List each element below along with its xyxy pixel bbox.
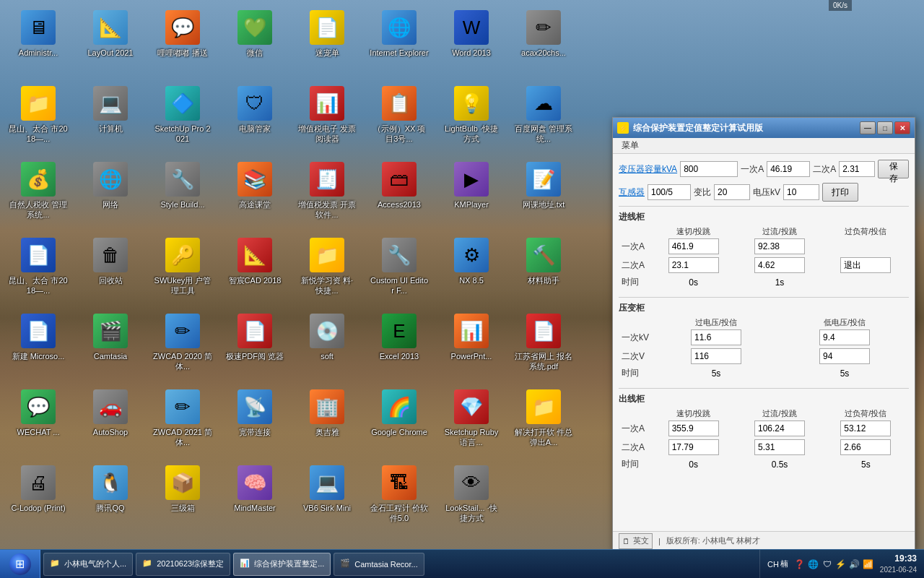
taskbar-item-tb-camtasia[interactable]: 🎬Camtasia Recor... <box>334 553 424 576</box>
data-input[interactable] <box>754 420 805 436</box>
dianya-input[interactable] <box>783 184 819 200</box>
desktop-icon-jiezhu[interactable]: 📁解决打开软 件总弹出A... <box>511 385 576 461</box>
desktop-icon-zwcad2020[interactable]: ✏ZWCAD 2020 简体... <box>150 309 215 385</box>
desktop-icon-wechat[interactable]: 💚微信 <box>222 6 287 82</box>
desktop-icon-computer[interactable]: 💻计算机 <box>78 82 143 158</box>
tray-security-icon[interactable]: 🛡 <box>821 558 833 570</box>
desktop-icon-diannao[interactable]: 🛡电脑管家 <box>222 82 287 158</box>
desktop-icon-jixiao[interactable]: 📄迷宠单 <box>295 6 359 82</box>
desktop-icon-jiangsu[interactable]: 📄江苏省网上 报名系统.pdf <box>511 309 576 385</box>
desktop-icon-lightbulb[interactable]: 💡LightBulb ·快捷方式 <box>439 82 504 158</box>
tray-network-icon[interactable]: 🌐 <box>808 558 819 570</box>
data-input[interactable] <box>691 329 741 345</box>
desktop-icon-wangwang[interactable]: 💬哩哩嘟嘟 播送 <box>150 6 215 82</box>
desktop-icon-autoshop[interactable]: 🚗AutoShop <box>78 385 143 461</box>
data-input[interactable] <box>819 348 870 364</box>
desktop-icon-zwcad2021[interactable]: ✏ZWCAD 2021 简体... <box>150 385 215 461</box>
desktop-icon-baidupc[interactable]: ☁百度网盘 管理系统... <box>511 82 576 158</box>
desktop-icon-huishouzhan[interactable]: 🗑回收站 <box>78 233 143 309</box>
desktop-icon-swukey[interactable]: 🔑SWUkey用 户管理工具 <box>150 233 215 309</box>
window-bottom-bar: 🗒 英文 | 版权所有: 小林电气 林树才 <box>613 531 915 550</box>
desktop-icon-lookstail[interactable]: 👁LookStail... ·快捷方式 <box>439 461 504 537</box>
desktop-icon-sketchupruby[interactable]: 💎Sketchup Ruby 语言... <box>439 385 504 461</box>
yi-a-input[interactable] <box>767 161 810 177</box>
desktop-icon-kunshan[interactable]: 📁昆山、太合 市2018—... <box>6 82 71 158</box>
desktop-icon-kmplayer[interactable]: ▶KMPlayer <box>439 158 504 233</box>
desktop-icon-soft[interactable]: 💿soft <box>295 309 359 385</box>
data-input[interactable] <box>668 257 719 273</box>
close-button[interactable]: ✕ <box>894 121 910 134</box>
desktop-icon-customui[interactable]: 🔧Custom UI Editor F... <box>367 233 432 309</box>
desktop-icon-zengzhi2[interactable]: 🧾增值税发票 开票软件... <box>295 158 359 233</box>
tray-volume-icon[interactable]: 🔊 <box>849 558 860 570</box>
desktop-icon-sanxiang[interactable]: 📦三级箱 <box>150 461 215 537</box>
desktop-icon-camtasia[interactable]: 🎬Camtasia <box>78 309 143 385</box>
sensor-input[interactable] <box>648 184 691 200</box>
start-button[interactable]: ⊞ <box>0 550 40 579</box>
desktop-icon-wechat2[interactable]: 💬WECHAT ... <box>6 385 71 461</box>
maximize-button[interactable]: □ <box>877 121 893 134</box>
tray-signal-icon[interactable]: 📶 <box>863 558 874 570</box>
desktop-icon-googlechrome[interactable]: 🌈Google Chrome <box>367 385 432 461</box>
desktop-icon-stylebuild[interactable]: 🔧Style Build... <box>150 158 215 233</box>
data-input[interactable] <box>691 348 741 364</box>
desktop-icon-kuandai[interactable]: 📡宽带连接 <box>222 385 287 461</box>
data-input[interactable] <box>668 420 719 436</box>
desktop-icon-sketchup[interactable]: 🔷SketchUp Pro 2021 <box>150 82 215 158</box>
taskbar-item-tb-folder[interactable]: 📁20210623综保整定 <box>136 553 230 576</box>
sensor-label[interactable]: 互感器 <box>619 186 645 199</box>
data-input[interactable] <box>840 420 891 436</box>
desktop-icon-jidusupdf[interactable]: 📄极速PDF阅 览器 <box>222 309 287 385</box>
desktop-icon-vb6[interactable]: 💻VB6 Sirk Mini <box>295 461 359 537</box>
desktop-icon-network[interactable]: 🌐网络 <box>78 158 143 233</box>
desktop-icon-caizhu[interactable]: 🔨材料助手 <box>511 233 576 309</box>
yi-a-label: 一次A <box>741 163 764 176</box>
er-a-input[interactable] <box>839 161 875 177</box>
desktop-icon-nx85[interactable]: ⚙NX 8.5 <box>439 233 504 309</box>
desktop-icon-kunshan2[interactable]: 📄昆山、太合 市2018—... <box>6 233 71 309</box>
taskbar-item-tb-explorer[interactable]: 📁小林电气的个人... <box>43 553 133 576</box>
desktop-icon-xinjian[interactable]: 📄新建 Microso... <box>6 309 71 385</box>
desktop-icon-mindmaster[interactable]: 🧠MindMaster <box>222 461 287 537</box>
tray-power-icon[interactable]: ⚡ <box>835 558 847 570</box>
data-input[interactable] <box>754 439 805 455</box>
data-input[interactable] <box>819 329 870 345</box>
data-input[interactable] <box>668 439 719 455</box>
print-button[interactable]: 打印 <box>822 183 858 202</box>
taskbar-item-tb-app[interactable]: 📊综合保护装置整定... <box>233 553 331 576</box>
desktop-icon-excel2013[interactable]: EExcel 2013 <box>367 309 432 385</box>
desktop-icon-acax[interactable]: ✏acax20chs... <box>511 6 576 82</box>
desktop-icon-admin[interactable]: 🖥Administr... <box>6 6 71 82</box>
desktop-icon-shuishu[interactable]: 💰自然人税收 管理系统... <box>6 158 71 233</box>
data-input[interactable] <box>754 238 805 254</box>
transformer-input[interactable] <box>680 161 738 177</box>
desktop-icon-xinxue[interactable]: 📁新悦学习资 料·快捷... <box>295 233 359 309</box>
desktop-icon-qqpc[interactable]: 🐧腾讯QQ <box>78 461 143 537</box>
row-label: 时间 <box>619 457 650 472</box>
transformer-label[interactable]: 变压器容量kVA <box>619 163 677 176</box>
save-button[interactable]: 保存 <box>878 160 909 178</box>
desktop-icon-clodop[interactable]: 🖨C-Lodop (Print) <box>6 461 71 537</box>
desktop-icon-zhongyicad[interactable]: 📐智宸CAD 2018 <box>222 233 287 309</box>
minimize-button[interactable]: — <box>860 121 876 134</box>
data-input[interactable] <box>840 257 891 273</box>
desktop-icon-zengzhi[interactable]: 📊增值税电子 发票阅读器 <box>295 82 359 158</box>
desktop-icon-zenzhixx[interactable]: 📋（示例）XX 项目3号... <box>367 82 432 158</box>
desktop-icon-wangdizhi[interactable]: 📝网课地址.txt <box>511 158 576 233</box>
data-input[interactable] <box>668 238 719 254</box>
clock-area[interactable]: 19:33 2021-06-24 <box>877 553 920 575</box>
data-input[interactable] <box>840 439 891 455</box>
desktop-icon-gaokao[interactable]: 📚高途课堂 <box>222 158 287 233</box>
data-input[interactable] <box>754 257 805 273</box>
bianbi-input[interactable] <box>714 184 750 200</box>
desktop-icon-layout[interactable]: 📐LayOut 2021 <box>78 6 143 82</box>
desktop-icon-word2013[interactable]: WWord 2013 <box>439 6 504 82</box>
desktop-icon-ie[interactable]: 🌐Internet Explorer <box>367 6 432 82</box>
icon-label-sanxiang: 三级箱 <box>171 503 195 513</box>
tray-help-icon[interactable]: ❓ <box>794 558 806 570</box>
menu-item-main[interactable]: 菜单 <box>616 138 645 153</box>
desktop-icon-jinshi[interactable]: 🏗金石工程计 价软件5.0 <box>367 461 432 537</box>
desktop-icon-access2013[interactable]: 🗃Access2013 <box>367 158 432 233</box>
desktop-icon-pptaddin[interactable]: 📊PowerPnt... <box>439 309 504 385</box>
desktop-icon-aojiya[interactable]: 🏢奥吉雅 <box>295 385 359 461</box>
